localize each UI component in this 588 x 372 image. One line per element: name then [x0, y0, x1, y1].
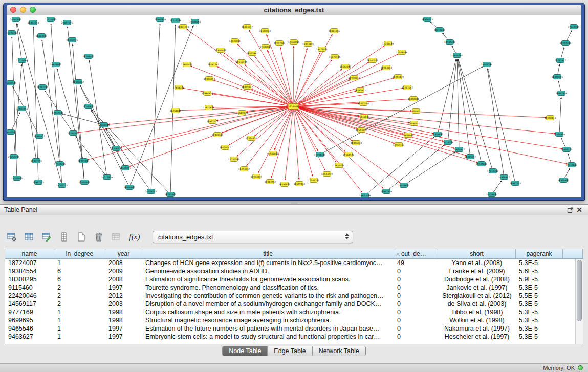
vertical-scrollbar[interactable]	[575, 259, 583, 344]
table-cell[interactable]: 0	[394, 324, 438, 333]
graph-node[interactable]: 18265945	[11, 176, 23, 181]
graph-node[interactable]: 19644945	[50, 62, 62, 67]
graph-node[interactable]: 20650947	[453, 147, 465, 152]
graph-node[interactable]: 20947215	[561, 147, 573, 152]
table-row[interactable]: 946554611997Estimation of the future num…	[5, 324, 583, 333]
graph-node[interactable]: 20358650	[486, 192, 498, 197]
table-cell[interactable]: 9465546	[5, 324, 54, 333]
table-cell[interactable]: 5.3E-5	[516, 283, 563, 292]
graph-node[interactable]: 18061181	[208, 62, 220, 67]
graph-node[interactable]: 18456204	[351, 141, 362, 145]
table-cell[interactable]: Wolkin et al. (1998)	[438, 316, 516, 324]
graph-node[interactable]: 19265215	[56, 183, 68, 188]
graph-node[interactable]: 17804925	[215, 48, 227, 53]
table-cell[interactable]: 1998	[105, 308, 142, 316]
table-cell[interactable]: 0	[394, 267, 438, 275]
graph-node[interactable]: 20650945	[67, 38, 78, 42]
table-row[interactable]: 946362711997Embryonic stem cells: a mode…	[5, 333, 583, 341]
table-cell[interactable]: Corpus callosum shape and size in male p…	[142, 308, 394, 316]
graph-node[interactable]: 20360945	[10, 17, 22, 22]
table-cell[interactable]: Investigating the contribution of common…	[142, 292, 394, 300]
graph-node[interactable]: 15958413	[545, 116, 556, 120]
close-panel-icon[interactable]: ✕	[575, 206, 584, 214]
graph-node[interactable]: 17470457	[212, 133, 224, 137]
table-cell[interactable]: 2012	[105, 292, 142, 300]
graph-node[interactable]: 21947359	[78, 159, 90, 163]
table-cell[interactable]: 0	[394, 316, 438, 324]
graph-node[interactable]: 19457945	[31, 159, 42, 163]
graph-node[interactable]: 16648794	[451, 53, 463, 58]
table-cell[interactable]: 6	[54, 275, 105, 283]
graph-node[interactable]: 20360925	[34, 134, 46, 139]
table-cell[interactable]: 0	[394, 308, 438, 316]
graph-node[interactable]: 18215650	[566, 163, 578, 167]
table-cell[interactable]: 9463627	[5, 333, 54, 341]
graph-node[interactable]: 18264445	[83, 54, 95, 59]
window-titlebar[interactable]: citations_edges.txt	[7, 5, 581, 15]
graph-node[interactable]: 11607094	[358, 101, 369, 106]
graph-node[interactable]: 25206502	[111, 146, 122, 151]
graph-node[interactable]: 19014752	[265, 180, 276, 184]
graph-node[interactable]: 20947315	[37, 85, 49, 90]
graph-node[interactable]: 18447794	[481, 62, 493, 67]
tab-node-table[interactable]: Node Table	[223, 346, 268, 356]
table-cell[interactable]: 1998	[105, 316, 142, 324]
table-cell[interactable]: Yano et al. (2008)	[438, 259, 516, 267]
table-cell[interactable]: 5.3E-5	[516, 324, 563, 333]
graph-node[interactable]: 16340511	[367, 58, 379, 63]
graph-node[interactable]: 16004217	[242, 25, 253, 29]
graph-node[interactable]: 16261841	[170, 108, 182, 113]
graph-node[interactable]: 18947215	[510, 181, 521, 186]
table-cell[interactable]: 1997	[105, 324, 142, 333]
graph-node[interactable]: 16293542	[238, 167, 250, 171]
table-cell[interactable]: Embryonic stem cells: a model to study s…	[142, 333, 394, 341]
table-cell[interactable]: 5.5E-5	[516, 292, 563, 300]
graph-node[interactable]: 19861066	[329, 29, 340, 33]
graph-node[interactable]: 15954901	[402, 133, 414, 138]
graph-node[interactable]: 17858574	[173, 85, 185, 90]
graph-node[interactable]: 19947358	[556, 91, 568, 96]
import-table-icon[interactable]	[110, 230, 123, 244]
table-cell[interactable]: Tibbo et al. (1998)	[438, 308, 516, 316]
graph-node[interactable]: 18358215	[552, 75, 563, 79]
table-row[interactable]: 1830029562008Estimation of significance …	[5, 275, 583, 283]
graph-node[interactable]: 17947215	[54, 162, 66, 166]
graph-node[interactable]: 16302945	[7, 81, 16, 85]
graph-node[interactable]: 21310945	[45, 17, 57, 22]
graph-node[interactable]: 20947358	[381, 189, 393, 194]
table-cell[interactable]: Jankovic et al. (1997)	[438, 283, 516, 292]
graph-node[interactable]: 16549403	[294, 182, 306, 186]
graph-node[interactable]: 19302562	[7, 130, 16, 135]
tab-edge-table[interactable]: Edge Table	[268, 346, 312, 356]
graph-node[interactable]: 15824024	[333, 163, 345, 168]
graph-node[interactable]: 17650945	[79, 180, 91, 185]
table-cell[interactable]: 2008	[105, 259, 142, 267]
graph-node[interactable]: 19947650	[476, 162, 488, 166]
table-cell[interactable]: 14569117	[5, 300, 54, 308]
table-cell[interactable]: 5.9E-5	[516, 275, 563, 283]
graph-node[interactable]: 18295871	[279, 182, 291, 187]
panel-splitter[interactable]	[0, 201, 588, 204]
table-cell[interactable]: Dudbridge et al. (2008)	[438, 275, 516, 283]
table-cell[interactable]: 2003	[105, 300, 142, 308]
table-cell[interactable]: Nakamura et al. (1997)	[438, 324, 516, 333]
graph-node[interactable]: 18947358	[444, 40, 456, 45]
table-cell[interactable]: 1997	[105, 283, 142, 292]
table-cell[interactable]: 6	[54, 267, 105, 275]
table-cell[interactable]: 18300295	[5, 275, 54, 283]
table-cell[interactable]: 5.3E-5	[516, 316, 563, 324]
table-cell[interactable]: 0	[394, 283, 438, 292]
graph-node[interactable]: 18801904	[178, 25, 189, 29]
graph-node[interactable]: 22600584	[259, 29, 271, 33]
column-header-out_de[interactable]: △out_de…	[394, 249, 438, 259]
table-cell[interactable]: 22420046	[5, 292, 54, 300]
graph-node[interactable]: 18957945	[52, 111, 64, 115]
graph-node[interactable]: 25260650	[68, 131, 79, 136]
table-cell[interactable]: Estimation of the future numbers of pati…	[142, 324, 394, 333]
graph-node[interactable]: 10959163	[393, 143, 405, 147]
graph-node[interactable]: 20358947	[498, 175, 510, 180]
graph-node[interactable]: 10913804	[381, 65, 393, 70]
graph-node[interactable]: 14512104	[236, 60, 248, 64]
table-cell[interactable]: de Silva et al. (2003)	[438, 300, 516, 308]
zoom-window-button[interactable]	[30, 7, 36, 13]
